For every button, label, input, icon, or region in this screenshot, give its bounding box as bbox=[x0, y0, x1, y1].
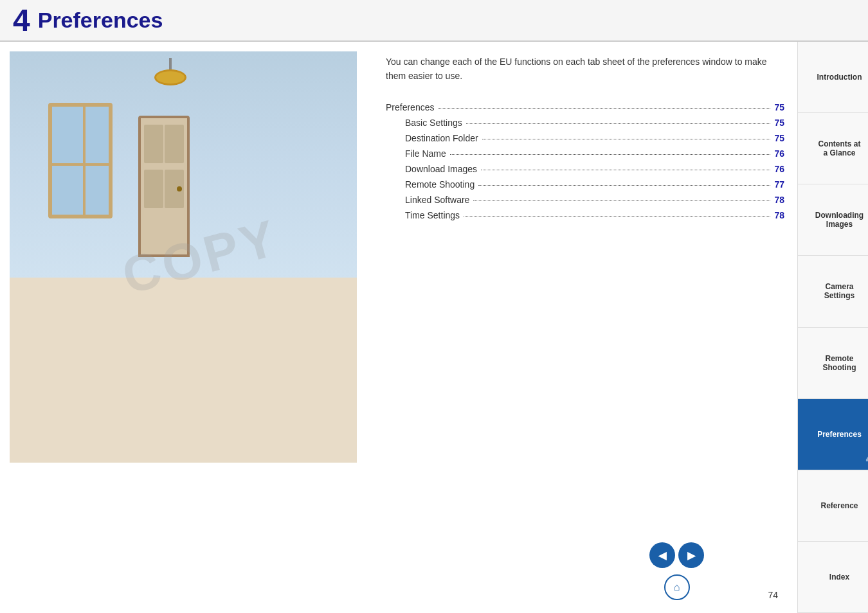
toc-table: Preferences75Basic Settings75Destination… bbox=[386, 100, 784, 223]
toc-dots bbox=[464, 216, 770, 217]
next-button[interactable]: ▶ bbox=[678, 542, 704, 568]
toc-dots bbox=[473, 200, 770, 201]
right-sidebar: IntroductionContents at a GlanceDownload… bbox=[797, 42, 868, 613]
toc-page-number: 76 bbox=[774, 164, 784, 174]
toc-dots bbox=[466, 123, 771, 124]
chapter-title: Preferences bbox=[38, 8, 163, 33]
sidebar-item-remote-shooting[interactable]: Remote Shooting bbox=[798, 328, 868, 399]
sidebar-item-label: Reference bbox=[820, 501, 858, 510]
toc-item[interactable]: File Name76 bbox=[386, 146, 784, 161]
toc-label: Preferences bbox=[386, 102, 434, 112]
page-header: 4 Preferences bbox=[0, 0, 868, 42]
toc-dots bbox=[482, 139, 771, 139]
toc-label: Download Images bbox=[405, 164, 477, 174]
sidebar-item-label: Downloading Images bbox=[815, 211, 863, 229]
page-number: 74 bbox=[768, 590, 778, 600]
sidebar-item-reference[interactable]: Reference bbox=[798, 470, 868, 542]
toc-page-number: 78 bbox=[774, 195, 784, 205]
toc-item[interactable]: Linked Software78 bbox=[386, 192, 784, 208]
toc-item[interactable]: Basic Settings75 bbox=[386, 115, 784, 130]
chapter-badge: 4 bbox=[865, 448, 868, 468]
toc-dots bbox=[481, 170, 770, 170]
sidebar-item-label: Introduction bbox=[817, 73, 862, 82]
toc-label: Linked Software bbox=[405, 195, 469, 205]
sidebar-item-downloading-images[interactable]: Downloading Images bbox=[798, 184, 868, 256]
sidebar-item-contents-at-a-glance[interactable]: Contents at a Glance bbox=[798, 113, 868, 184]
home-button[interactable]: ⌂ bbox=[664, 574, 690, 600]
description-text: You can change each of the EU functions … bbox=[386, 55, 784, 84]
toc-item[interactable]: Remote Shooting77 bbox=[386, 177, 784, 192]
toc-item[interactable]: Destination Folder75 bbox=[386, 130, 784, 146]
sidebar-item-label: Remote Shooting bbox=[823, 354, 856, 372]
sidebar-item-introduction[interactable]: Introduction bbox=[798, 42, 868, 113]
toc-page-number: 75 bbox=[774, 118, 784, 128]
toc-label: Remote Shooting bbox=[405, 179, 475, 190]
sidebar-item-label: Index bbox=[829, 573, 849, 582]
toc-item[interactable]: Download Images76 bbox=[386, 161, 784, 177]
toc-item[interactable]: Time Settings78 bbox=[386, 208, 784, 223]
toc-label: Destination Folder bbox=[405, 133, 478, 143]
toc-label: Basic Settings bbox=[405, 118, 462, 128]
sidebar-item-preferences[interactable]: Preferences4 bbox=[798, 399, 868, 470]
sidebar-item-label: Camera Settings bbox=[824, 282, 854, 300]
sidebar-item-camera-settings[interactable]: Camera Settings bbox=[798, 256, 868, 327]
prev-button[interactable]: ◀ bbox=[649, 542, 675, 568]
bottom-navigation: ◀ ▶ ⌂ bbox=[649, 542, 704, 600]
toc-dots bbox=[450, 154, 771, 155]
sidebar-item-label: Preferences bbox=[817, 430, 862, 439]
toc-page-number: 78 bbox=[774, 210, 784, 220]
toc-page-number: 76 bbox=[774, 148, 784, 159]
left-image-panel: COPY bbox=[0, 42, 366, 613]
toc-page-number: 77 bbox=[774, 179, 784, 190]
nav-icons-row: ◀ ▶ bbox=[649, 542, 704, 568]
toc-dots bbox=[478, 185, 770, 186]
sidebar-item-index[interactable]: Index bbox=[798, 542, 868, 613]
toc-label: Time Settings bbox=[405, 210, 460, 220]
toc-page-number: 75 bbox=[774, 102, 784, 112]
toc-page-number: 75 bbox=[774, 133, 784, 143]
chapter-number: 4 bbox=[13, 5, 30, 36]
toc-dots bbox=[438, 108, 770, 109]
main-content: COPY You can change each of the EU funct… bbox=[0, 42, 868, 613]
right-content-panel: You can change each of the EU functions … bbox=[366, 42, 797, 613]
sidebar-item-label: Contents at a Glance bbox=[818, 139, 861, 157]
toc-item[interactable]: Preferences75 bbox=[386, 100, 784, 115]
toc-label: File Name bbox=[405, 148, 446, 159]
bedroom-image: COPY bbox=[10, 51, 357, 463]
